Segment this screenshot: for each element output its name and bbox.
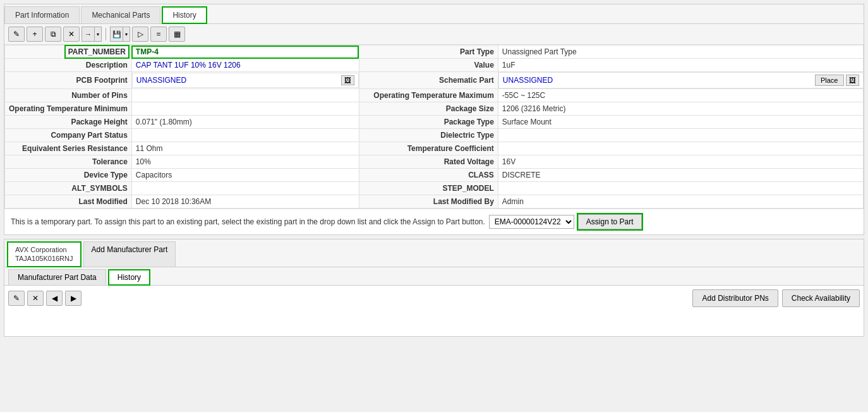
tab-history[interactable]: History <box>162 6 207 24</box>
part-number-value-cell: TMP-4 <box>131 45 359 59</box>
assign-button[interactable]: ▷ <box>132 27 148 42</box>
part-info-table: PART_NUMBER TMP-4 Part Type Unassigned P… <box>4 45 864 209</box>
device-type-value-cell: Capacitors <box>131 169 359 182</box>
table-row: Last Modified Dec 10 2018 10:36AM Last M… <box>5 195 864 209</box>
sub-tab-manufacturer-part-data[interactable]: Manufacturer Part Data <box>8 269 106 285</box>
device-type-label-cell: Device Type <box>5 169 132 182</box>
mfr-tab-add[interactable]: Add Manufacturer Part <box>83 241 176 267</box>
package-height-value-cell: 0.071" (1.80mm) <box>131 116 359 129</box>
mfr-tab-avx-content: AVX Corporation TAJA105K016RNJ <box>15 245 73 264</box>
pcb-image-button[interactable]: 🖼 <box>341 75 354 85</box>
table-row: Tolerance 10% Rated Voltage 16V <box>5 155 864 169</box>
last-modified-by-label-cell: Last Modified By <box>359 195 498 209</box>
pcb-footprint-label-cell: PCB Footprint <box>5 72 132 89</box>
bottom-delete-button[interactable]: ✕ <box>27 291 44 306</box>
part-type-value-cell: Unassigned Part Type <box>498 45 863 59</box>
bottom-next-button[interactable]: ▶ <box>65 291 81 306</box>
copy-icon: ⧉ <box>51 30 56 39</box>
schematic-image-button[interactable]: 🖼 <box>846 75 859 86</box>
dielectric-value-cell <box>498 129 863 142</box>
equals-button[interactable]: = <box>150 27 167 42</box>
company-status-label-cell: Company Part Status <box>5 129 132 142</box>
num-pins-value-cell <box>131 89 359 102</box>
equals-icon: = <box>156 30 160 39</box>
esr-label-cell: Equivalent Series Resistance <box>5 142 132 155</box>
sub-tab-bar: Manufacturer Part Data History <box>4 267 864 286</box>
top-tab-bar: Part Information Mechanical Parts Histor… <box>4 4 864 24</box>
bottom-panel: AVX Corporation TAJA105K016RNJ Add Manuf… <box>4 239 864 337</box>
add-mfr-label: Add Manufacturer Part <box>92 245 168 254</box>
value-label-cell: Value <box>359 59 498 72</box>
arrow-dropdown[interactable]: ▾ <box>94 27 102 42</box>
tab-part-information[interactable]: Part Information <box>4 6 80 23</box>
op-temp-min-label-cell: Operating Temperature Minimum <box>5 102 132 116</box>
package-type-label-cell: Package Type <box>359 116 498 129</box>
num-pins-label-cell: Number of Pins <box>5 89 132 102</box>
main-container: Part Information Mechanical Parts Histor… <box>0 0 868 341</box>
schematic-part-label-cell: Schematic Part <box>359 72 498 89</box>
assign-dropdown[interactable]: EMA-00000124V22 <box>489 215 574 229</box>
last-modified-value-cell: Dec 10 2018 10:36AM <box>131 195 359 209</box>
schematic-part-value-cell: UNASSIGNED Place 🖼 <box>498 72 864 88</box>
tab-mechanical-parts[interactable]: Mechanical Parts <box>81 6 160 23</box>
manufacturer-tab-bar: AVX Corporation TAJA105K016RNJ Add Manuf… <box>4 239 864 267</box>
bottom-next-icon: ▶ <box>71 294 76 303</box>
arrow-main[interactable]: → <box>81 27 94 42</box>
delete-icon: ✕ <box>68 30 75 39</box>
op-temp-max-label-cell: Operating Temperature Maximum <box>359 89 498 102</box>
edit-button[interactable]: ✎ <box>8 27 25 42</box>
save-split-button[interactable]: 💾 ▾ <box>110 27 130 42</box>
alt-symbols-value-cell <box>131 182 359 195</box>
op-temp-min-value-cell <box>131 102 359 116</box>
mfr-name: AVX Corporation <box>15 245 73 254</box>
company-status-value-cell <box>131 129 359 142</box>
table-row: Description CAP TANT 1UF 10% 16V 1206 Va… <box>5 59 864 72</box>
rated-voltage-label-cell: Rated Voltage <box>359 155 498 169</box>
place-button[interactable]: Place <box>815 75 844 86</box>
table-row: Company Part Status Dielectric Type <box>5 129 864 142</box>
description-value-cell: CAP TANT 1UF 10% 16V 1206 <box>131 59 359 72</box>
temp-coeff-value-cell <box>498 142 863 155</box>
sub-tab-history[interactable]: History <box>108 269 150 286</box>
mfr-part-number: TAJA105K016RNJ <box>15 254 73 263</box>
table-row: Operating Temperature Minimum Package Si… <box>5 102 864 116</box>
alt-symbols-label-cell: ALT_SYMBOLS <box>5 182 132 195</box>
table-row: PCB Footprint UNASSIGNED 🖼 Schematic Par… <box>5 72 864 89</box>
edit-icon: ✎ <box>13 30 20 39</box>
part-number-label-cell: PART_NUMBER <box>5 45 132 59</box>
add-button[interactable]: + <box>27 27 43 42</box>
add-distributor-pns-button[interactable]: Add Distributor PNs <box>692 289 778 307</box>
mfr-tab-avx[interactable]: AVX Corporation TAJA105K016RNJ <box>7 241 81 267</box>
package-size-value-cell: 1206 (3216 Metric) <box>498 102 863 116</box>
check-availability-button[interactable]: Check Availability <box>782 289 860 307</box>
bottom-content-area <box>4 311 864 336</box>
rated-voltage-value-cell: 16V <box>498 155 863 169</box>
package-type-value-cell: Surface Mount <box>498 116 863 129</box>
arrow-split-button[interactable]: → ▾ <box>81 27 102 42</box>
save-dropdown[interactable]: ▾ <box>123 27 130 42</box>
pcb-footprint-value-cell: UNASSIGNED 🖼 <box>132 73 359 88</box>
bottom-edit-button[interactable]: ✎ <box>8 291 25 306</box>
package-height-label-cell: Package Height <box>5 116 132 129</box>
bottom-edit-icon: ✎ <box>13 294 20 303</box>
value-value-cell: 1uF <box>498 59 863 72</box>
save-main[interactable]: 💾 <box>110 27 123 42</box>
bottom-delete-icon: ✕ <box>32 294 39 303</box>
copy-button[interactable]: ⧉ <box>45 27 61 42</box>
description-label-cell: Description <box>5 59 132 72</box>
table-row: Equivalent Series Resistance 11 Ohm Temp… <box>5 142 864 155</box>
assign-bar-text: This is a temporary part. To assign this… <box>11 217 485 226</box>
part-type-label-cell: Part Type <box>359 45 498 59</box>
grid-button[interactable]: ▦ <box>169 27 185 42</box>
last-modified-label-cell: Last Modified <box>5 195 132 209</box>
bottom-prev-button[interactable]: ◀ <box>46 291 63 306</box>
bottom-toolbar: ✎ ✕ ◀ ▶ Add Distributor PNs Check Availa… <box>4 286 864 311</box>
assign-to-part-button[interactable]: Assign to Part <box>578 214 642 229</box>
esr-value-cell: 11 Ohm <box>131 142 359 155</box>
grid-icon: ▦ <box>174 30 181 39</box>
table-row: PART_NUMBER TMP-4 Part Type Unassigned P… <box>5 45 864 59</box>
bottom-right-buttons: Add Distributor PNs Check Availability <box>692 289 860 307</box>
delete-button[interactable]: ✕ <box>63 27 80 42</box>
class-label-cell: CLASS <box>359 169 498 182</box>
top-toolbar: ✎ + ⧉ ✕ → ▾ 💾 ▾ ▷ = <box>4 24 864 45</box>
